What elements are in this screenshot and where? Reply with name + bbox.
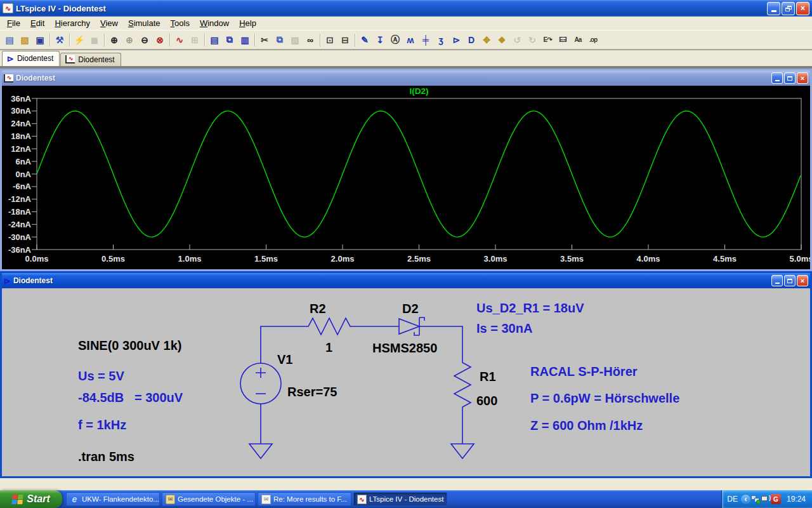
r1-name[interactable]: R1: [480, 370, 496, 384]
d2-diode[interactable]: [399, 318, 424, 335]
diode-icon[interactable]: ⊳: [449, 32, 464, 47]
zoom-in-icon[interactable]: ⊕: [107, 32, 122, 47]
y-tick-label: 30nA: [11, 106, 31, 116]
cut-icon[interactable]: ✂: [257, 32, 272, 47]
mirror-icon[interactable]: EƎ: [555, 32, 570, 47]
waveform-plot[interactable]: 36nA30nA24nA18nA12nA6nA0nA-6nA-12nA-18nA…: [2, 86, 810, 269]
menu-hierarchy[interactable]: Hierarchy: [49, 17, 95, 29]
menu-window[interactable]: Window: [195, 17, 234, 29]
copy-icon[interactable]: ⧉: [272, 32, 287, 47]
spice-directive-icon[interactable]: .op: [586, 32, 601, 47]
r2-value[interactable]: 1: [325, 340, 332, 354]
trace-legend[interactable]: I(D2): [410, 86, 429, 96]
note-us[interactable]: Us = 5V: [78, 369, 124, 383]
r1-resistor[interactable]: [454, 358, 471, 411]
run-icon[interactable]: ⚡: [72, 32, 87, 47]
undo-icon: ↺: [509, 32, 525, 47]
wave-minimize-button[interactable]: [771, 72, 783, 84]
remote-display-icon[interactable]: ): [761, 494, 771, 504]
find-icon[interactable]: ∞: [303, 32, 318, 47]
d2-name[interactable]: D2: [402, 302, 419, 316]
print-preview-icon[interactable]: ⊡: [322, 32, 337, 47]
sch-close-button[interactable]: ×: [797, 275, 808, 286]
draw-wire-icon[interactable]: ✎: [357, 32, 372, 47]
d2-value[interactable]: HSMS2850: [372, 341, 437, 355]
v1-name[interactable]: V1: [277, 352, 292, 366]
ground-icon[interactable]: ↧: [372, 32, 388, 47]
note-usd2[interactable]: Us_D2_R1 = 18uV: [476, 301, 584, 315]
control-panel-icon[interactable]: ⚒: [52, 32, 67, 47]
zoom-full-extents-icon[interactable]: ⊗: [152, 32, 167, 47]
capacitor-icon[interactable]: ╪: [418, 32, 433, 47]
y-tick-label: 0nA: [15, 170, 31, 179]
waveform-window-titlebar[interactable]: ∿ Diodentest ×: [2, 70, 810, 86]
tab-schematic[interactable]: ⊳Diodentest: [2, 51, 60, 66]
r2-name[interactable]: R2: [310, 302, 326, 316]
menu-help[interactable]: Help: [234, 17, 261, 29]
gdata-shield-icon[interactable]: G: [771, 494, 781, 504]
task-label: UKW- Flankendetekto...: [82, 495, 159, 503]
tile-horizontal-icon[interactable]: ▤: [207, 32, 222, 47]
waveform-plot-area[interactable]: 36nA30nA24nA18nA12nA6nA0nA-6nA-12nA-18nA…: [2, 86, 810, 269]
component-icon[interactable]: D: [464, 32, 479, 47]
tran-directive[interactable]: .tran 5ms: [78, 450, 134, 464]
sine-trace[interactable]: [37, 111, 801, 237]
taskbar-task-0[interactable]: eUKW- Flankendetekto...: [66, 492, 160, 506]
text-icon[interactable]: Aa: [570, 32, 586, 47]
language-indicator[interactable]: DE: [727, 495, 738, 504]
cascade-windows-icon[interactable]: ⧉: [222, 32, 237, 47]
move-icon[interactable]: ✥: [479, 32, 494, 47]
toolbar-separator: [169, 34, 170, 46]
taskbar-task-2[interactable]: ✉Re: More results to F...: [258, 492, 351, 506]
toolbar-separator: [355, 34, 355, 46]
schematic-window-icon: ⊳: [4, 276, 11, 286]
rotate-icon[interactable]: E↷: [540, 32, 555, 47]
resistor-icon[interactable]: ʍ: [403, 32, 418, 47]
wave-close-button[interactable]: ×: [797, 72, 808, 84]
ground-symbols[interactable]: [249, 444, 474, 458]
schematic-canvas[interactable]: SINE(0 300uV 1k) V1 Rser=75 R2 1 D2 HSMS…: [2, 288, 810, 476]
r2-resistor[interactable]: [304, 318, 355, 335]
taskbar-task-1[interactable]: ✉Gesendete Objekte - ...: [162, 492, 256, 506]
note-p[interactable]: P = 0.6pW = Hörschwelle: [530, 391, 679, 405]
inductor-icon[interactable]: ʒ: [433, 32, 449, 47]
sch-maximize-button[interactable]: [784, 275, 796, 286]
sch-minimize-button[interactable]: [771, 275, 783, 286]
net-label-icon[interactable]: Ⓐ: [388, 32, 403, 47]
new-schematic-icon[interactable]: ▤: [2, 32, 17, 47]
note-is[interactable]: Is = 30nA: [476, 321, 532, 335]
tab-waveform[interactable]: ∿Diodentest: [60, 53, 121, 66]
clock[interactable]: 19:24: [787, 495, 806, 504]
autorange-y-axis-icon[interactable]: ∿: [172, 32, 187, 47]
hidden-icons-chevron[interactable]: ‹: [741, 495, 750, 504]
menu-file[interactable]: File: [2, 17, 25, 29]
schematic-window-titlebar[interactable]: ⊳ Diodentest ×: [2, 273, 810, 288]
v1-voltage-source[interactable]: [240, 363, 281, 404]
start-button[interactable]: Start: [0, 490, 62, 508]
drag-icon[interactable]: ❖: [494, 32, 509, 47]
zoom-out-icon[interactable]: ⊖: [137, 32, 152, 47]
wave-maximize-button[interactable]: [784, 72, 796, 84]
tile-vertical-icon[interactable]: ▥: [237, 32, 252, 47]
menu-view[interactable]: View: [95, 17, 123, 29]
open-icon[interactable]: ▨: [17, 32, 32, 47]
main-titlebar[interactable]: ∿ LTspice IV - Diodentest ×: [0, 0, 812, 17]
save-icon[interactable]: ▣: [32, 32, 48, 47]
taskbar-task-3[interactable]: ∿LTspice IV - Diodentest: [353, 492, 447, 506]
print-icon[interactable]: ⊟: [337, 32, 353, 47]
menu-tools[interactable]: Tools: [166, 17, 195, 29]
note-racal[interactable]: RACAL S-P-Hörer: [530, 364, 638, 378]
restore-button[interactable]: [782, 2, 795, 15]
note-db[interactable]: -84.5dB = 300uV: [78, 391, 183, 404]
network-icon[interactable]: [750, 494, 761, 504]
v1-sine-attr[interactable]: SINE(0 300uV 1k): [78, 338, 181, 352]
menu-simulate[interactable]: Simulate: [123, 17, 166, 29]
note-z[interactable]: Z = 600 Ohm /1kHz: [530, 418, 643, 432]
r1-value[interactable]: 600: [476, 394, 497, 408]
close-button[interactable]: ×: [796, 2, 809, 15]
minimize-button[interactable]: [767, 2, 780, 15]
v1-rser[interactable]: Rser=75: [287, 385, 337, 399]
menu-edit[interactable]: Edit: [25, 17, 49, 29]
note-f[interactable]: f = 1kHz: [78, 418, 126, 432]
start-label: Start: [27, 493, 49, 505]
